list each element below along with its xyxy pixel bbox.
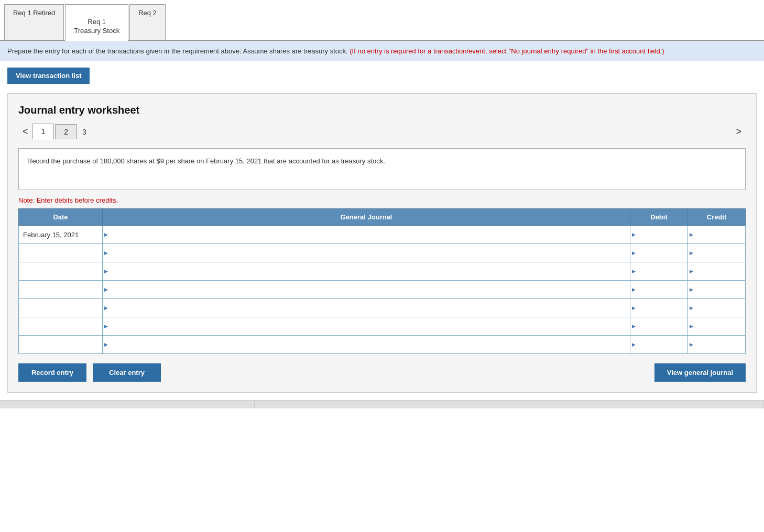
debit-input[interactable] [630,336,687,353]
credit-cell[interactable] [688,336,746,354]
debit-cell[interactable] [630,281,688,299]
instruction-bar: Prepare the entry for each of the transa… [0,41,764,62]
journal-cell[interactable] [103,262,630,281]
worksheet-title: Journal entry worksheet [18,104,746,116]
prev-step-button[interactable]: < [18,124,32,139]
credit-cell[interactable] [688,281,746,299]
record-entry-button[interactable]: Record entry [18,363,86,382]
view-transaction-button[interactable]: View transaction list [7,68,90,84]
debit-input[interactable] [630,226,687,243]
credit-cell[interactable] [688,262,746,281]
debit-input[interactable] [630,317,687,335]
col-header-journal: General Journal [103,209,630,226]
col-header-date: Date [19,209,103,226]
credit-cell[interactable] [688,226,746,244]
table-row [19,281,746,299]
table-row [19,317,746,336]
journal-table: Date General Journal Debit Credit Februa… [18,208,746,354]
date-cell [19,299,103,317]
credit-cell[interactable] [688,299,746,317]
step-tabs: < 1 2 3 > [18,124,746,140]
debit-cell[interactable] [630,244,688,262]
date-cell [19,317,103,336]
clear-entry-button[interactable]: Clear entry [93,363,161,382]
credit-cell[interactable] [688,244,746,262]
debit-cell[interactable] [630,299,688,317]
tab-req1-retired[interactable]: Req 1 Retired [4,4,64,40]
date-cell [19,244,103,262]
credit-input[interactable] [688,281,745,298]
date-cell [19,336,103,354]
credit-input[interactable] [688,244,745,262]
step-tab-2[interactable]: 2 [55,124,77,139]
journal-input[interactable] [103,317,630,335]
journal-cell[interactable] [103,299,630,317]
debit-input[interactable] [630,244,687,262]
journal-cell[interactable] [103,317,630,336]
debit-cell[interactable] [630,317,688,336]
col-header-debit: Debit [630,209,688,226]
debit-cell[interactable] [630,336,688,354]
view-general-journal-button[interactable]: View general journal [654,363,746,382]
table-row: February 15, 2021 [19,226,746,244]
instruction-main: Prepare the entry for each of the transa… [7,47,348,55]
note-text: Note: Enter debits before credits. [18,196,746,204]
table-row [19,262,746,281]
tab-req2[interactable]: Req 2 [129,4,166,40]
next-step-button[interactable]: > [732,124,746,139]
journal-input[interactable] [103,281,630,298]
credit-input[interactable] [688,226,745,243]
tab-req1-treasury[interactable]: Req 1 Treasury Stock [65,4,128,41]
table-row [19,299,746,317]
table-row [19,244,746,262]
debit-input[interactable] [630,299,687,317]
journal-input[interactable] [103,336,630,353]
worksheet-container: Journal entry worksheet < 1 2 3 > Record… [7,93,757,393]
debit-input[interactable] [630,281,687,298]
credit-cell[interactable] [688,317,746,336]
instruction-red: (If no entry is required for a transacti… [350,47,664,55]
date-cell [19,281,103,299]
step-tab-1[interactable]: 1 [32,124,54,140]
journal-cell[interactable] [103,244,630,262]
col-header-credit: Credit [688,209,746,226]
credit-input[interactable] [688,299,745,317]
bottom-buttons: Record entry Clear entry View general jo… [18,363,746,382]
date-cell: February 15, 2021 [19,226,103,244]
credit-input[interactable] [688,262,745,280]
bottom-scrollbar [0,400,764,408]
journal-input[interactable] [103,262,630,280]
debit-cell[interactable] [630,226,688,244]
step-tab-3[interactable]: 3 [78,125,91,139]
credit-input[interactable] [688,336,745,353]
journal-cell[interactable] [103,226,630,244]
table-row [19,336,746,354]
journal-cell[interactable] [103,281,630,299]
journal-input[interactable] [103,244,630,262]
journal-input[interactable] [103,226,630,243]
journal-input[interactable] [103,299,630,317]
debit-input[interactable] [630,262,687,280]
date-cell [19,262,103,281]
journal-cell[interactable] [103,336,630,354]
credit-input[interactable] [688,317,745,335]
debit-cell[interactable] [630,262,688,281]
tab-bar: Req 1 Retired Req 1 Treasury Stock Req 2 [0,0,764,41]
transaction-description: Record the purchase of 180,000 shares at… [18,148,746,190]
